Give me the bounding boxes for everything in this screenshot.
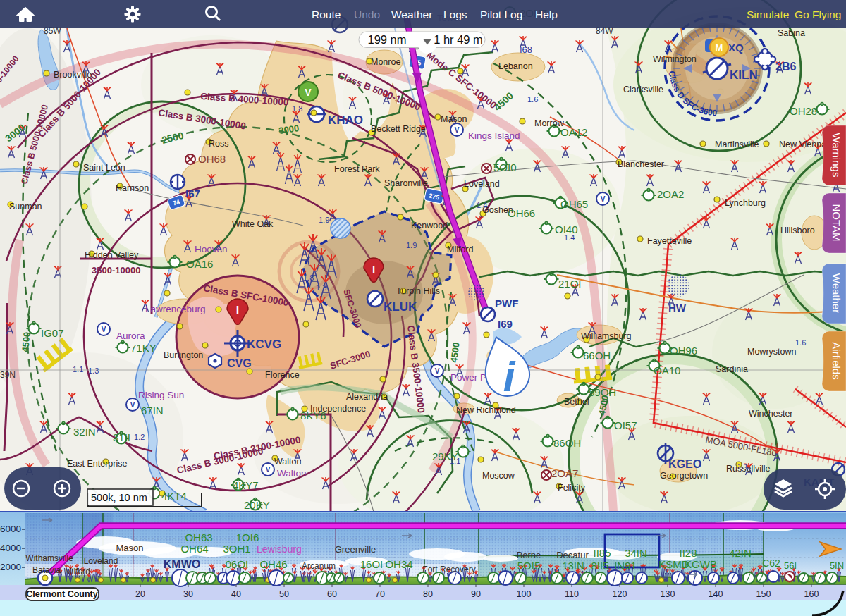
svg-text:1.4: 1.4 — [477, 201, 487, 209]
svg-text:Moscow: Moscow — [482, 471, 515, 481]
svg-text:I: I — [236, 304, 239, 316]
svg-text:XQ: XQ — [728, 42, 744, 54]
svg-text:Batavia: Batavia — [32, 565, 61, 575]
svg-text:2OA2: 2OA2 — [657, 188, 684, 200]
svg-text:1.6: 1.6 — [527, 95, 538, 104]
svg-text:V: V — [601, 195, 606, 203]
svg-text:NOTAM: NOTAM — [830, 204, 842, 241]
svg-text:160: 160 — [804, 589, 819, 599]
svg-text:150: 150 — [756, 589, 771, 599]
svg-text:Martinsville: Martinsville — [715, 140, 759, 149]
svg-text:Walton: Walton — [277, 468, 307, 479]
svg-text:PWF: PWF — [495, 297, 518, 309]
svg-text:32IN: 32IN — [73, 426, 96, 438]
svg-text:Alexandria: Alexandria — [346, 392, 388, 402]
svg-text:Lewisburg: Lewisburg — [257, 543, 302, 555]
svg-text:KMWO: KMWO — [164, 558, 200, 570]
svg-text:Fort Recovery: Fort Recovery — [422, 565, 475, 574]
svg-text:50: 50 — [279, 589, 289, 599]
svg-text:Beckett Ridge: Beckett Ridge — [371, 124, 426, 134]
svg-text:Loveland: Loveland — [84, 556, 118, 566]
svg-text:1.9: 1.9 — [406, 241, 417, 250]
svg-text:Aurora: Aurora — [116, 331, 145, 341]
svg-text:Berne: Berne — [517, 550, 541, 560]
svg-text:Sharonville: Sharonville — [384, 178, 428, 188]
svg-text:1.8: 1.8 — [303, 273, 314, 282]
svg-text:500k, 10 nm: 500k, 10 nm — [91, 492, 147, 503]
svg-text:IG07: IG07 — [41, 327, 64, 339]
svg-text:Mason: Mason — [441, 114, 467, 124]
svg-text:2OA7: 2OA7 — [551, 467, 578, 479]
svg-text:20: 20 — [135, 589, 145, 599]
svg-text:59OH: 59OH — [589, 386, 616, 398]
svg-text:Williamsburg: Williamsburg — [581, 331, 632, 341]
svg-text:130: 130 — [661, 589, 675, 599]
svg-text:71KY: 71KY — [130, 342, 157, 354]
svg-text:199 nm: 199 nm — [367, 33, 406, 46]
svg-text:1 hr 49 m: 1 hr 49 m — [434, 33, 483, 46]
svg-text:39N: 39N — [0, 370, 16, 380]
svg-text:Decatur: Decatur — [556, 550, 589, 560]
svg-text:Weather: Weather — [391, 8, 432, 20]
svg-text:I: I — [372, 263, 375, 275]
svg-text:KGEO: KGEO — [668, 458, 701, 470]
svg-text:5OI5: 5OI5 — [517, 560, 541, 572]
svg-text:40: 40 — [231, 589, 241, 599]
svg-text:Forest Park: Forest Park — [334, 164, 380, 174]
svg-text:1.1: 1.1 — [737, 462, 748, 471]
svg-text:KLUK: KLUK — [384, 300, 417, 314]
svg-text:31II: 31II — [113, 431, 130, 443]
svg-text:Clermont County: Clermont County — [26, 589, 97, 599]
svg-text:KILN: KILN — [730, 68, 758, 82]
svg-text:66OH: 66OH — [583, 350, 611, 362]
svg-text:1.6: 1.6 — [795, 338, 806, 347]
svg-text:120: 120 — [613, 589, 627, 599]
svg-text:Brookville: Brookville — [54, 70, 92, 80]
svg-text:20KY: 20KY — [244, 499, 270, 511]
svg-text:New Richmond: New Richmond — [456, 405, 516, 415]
svg-text:16OI: 16OI — [360, 558, 384, 570]
svg-text:I67: I67 — [185, 187, 200, 199]
svg-text:II85: II85 — [593, 547, 611, 559]
svg-text:V: V — [435, 367, 440, 375]
svg-text:Pilot Log: Pilot Log — [480, 8, 522, 20]
svg-text:Go Flying: Go Flying — [795, 8, 841, 20]
svg-text:KHAO: KHAO — [328, 113, 363, 127]
svg-text:Georgetown: Georgetown — [660, 471, 708, 481]
svg-text:C62: C62 — [762, 558, 780, 569]
svg-text:1.4: 1.4 — [564, 233, 575, 242]
svg-text:Kings Island: Kings Island — [468, 130, 520, 141]
svg-text:HW: HW — [668, 302, 687, 314]
svg-text:OA12: OA12 — [560, 126, 587, 138]
svg-text:Saint Leon: Saint Leon — [83, 163, 125, 173]
svg-text:6000: 6000 — [0, 524, 21, 534]
svg-text:1OI6: 1OI6 — [236, 531, 259, 543]
svg-text:Blanchester: Blanchester — [618, 159, 664, 169]
svg-text:4KY7: 4KY7 — [233, 479, 259, 491]
svg-text:Rising Sun: Rising Sun — [138, 390, 184, 400]
svg-text:90: 90 — [471, 589, 481, 599]
svg-text:Route: Route — [312, 8, 341, 20]
svg-text:4500: 4500 — [20, 331, 32, 352]
svg-text:OH68: OH68 — [198, 153, 226, 165]
svg-text:i: i — [503, 353, 516, 400]
svg-text:OA16: OA16 — [186, 258, 213, 270]
svg-text:II28: II28 — [679, 547, 697, 559]
svg-text:67IN: 67IN — [141, 405, 164, 417]
svg-text:OH65: OH65 — [560, 198, 588, 210]
svg-text:3500-10000: 3500-10000 — [92, 265, 140, 276]
svg-text:Sardinia: Sardinia — [716, 364, 748, 374]
svg-text:Sunman: Sunman — [9, 202, 42, 211]
svg-text:Hooven: Hooven — [195, 244, 228, 254]
svg-text:Help: Help — [535, 8, 558, 20]
svg-text:Ross: Ross — [209, 139, 228, 149]
svg-text:30: 30 — [183, 589, 193, 599]
svg-text:CVG: CVG — [227, 357, 252, 369]
svg-text:OH63: OH63 — [185, 531, 212, 543]
svg-text:M: M — [716, 42, 723, 53]
svg-text:Clarksville: Clarksville — [623, 85, 663, 94]
svg-text:100: 100 — [517, 589, 532, 599]
svg-text:Arcanum: Arcanum — [302, 561, 336, 571]
svg-text:Lebanon: Lebanon — [498, 61, 533, 71]
svg-text:Mason: Mason — [116, 543, 143, 553]
